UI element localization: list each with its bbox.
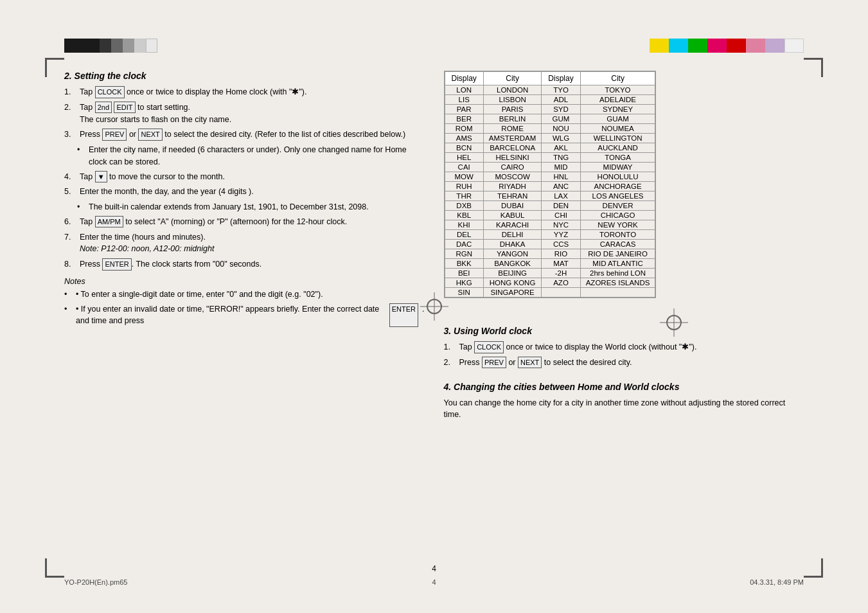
display-cell: DXB: [445, 201, 483, 211]
city-cell: CARACAS: [580, 240, 655, 249]
table-row: RUHRIYADHANCANCHORAGE: [445, 182, 655, 191]
display-cell: AMS: [445, 134, 483, 143]
2nd-key: 2nd: [95, 102, 112, 114]
step-text: Tap ▼ to move the cursor to the month.: [80, 171, 225, 183]
display-cell: -2H: [542, 269, 580, 278]
step-text: Tap 2nd EDIT to start setting.The cursor…: [80, 102, 231, 126]
down-key: ▼: [95, 171, 107, 183]
edit-key: EDIT: [114, 102, 135, 114]
city-cell: LONDON: [483, 85, 541, 95]
display-cell: TYO: [542, 85, 580, 95]
section4-body: You can change the home city for a city …: [444, 397, 804, 422]
step-text: Press PREV or NEXT to select the desired…: [459, 357, 632, 369]
color-swatch: [669, 39, 688, 53]
city-cell: WELLINGTON: [580, 134, 655, 143]
enter-key-note: ENTER: [389, 303, 418, 328]
city-cell: MOSCOW: [483, 172, 541, 182]
note-1: • To enter a single-digit date or time, …: [64, 289, 425, 301]
col-display-2: Display: [542, 72, 580, 85]
color-swatch: [64, 39, 100, 53]
table-row: DXBDUBAIDENDENVER: [445, 201, 655, 211]
city-cell: ROME: [483, 124, 541, 134]
corner-bracket-tl: [45, 58, 64, 77]
section2-title: 2. Setting the clock: [64, 71, 425, 81]
table-row: CAICAIROMIDMIDWAY: [445, 163, 655, 172]
prev-key: PREV: [102, 129, 127, 141]
city-table-container: Display City Display City LONLONDONTYOTO…: [444, 71, 657, 298]
step-text: Enter the time (hours and minutes).Note:…: [80, 231, 214, 256]
display-cell: PAR: [445, 105, 483, 114]
city-cell: LISBON: [483, 95, 541, 105]
display-cell: AKL: [542, 143, 580, 153]
display-cell: RGN: [445, 249, 483, 259]
step-num: 4.: [64, 171, 76, 183]
section3-step-2: 2. Press PREV or NEXT to select the desi…: [444, 357, 804, 369]
corner-bracket-tr: [804, 58, 823, 77]
section3-title: 3. Using World clock: [444, 326, 804, 336]
color-swatch: [688, 39, 707, 53]
top-bar-left: [64, 39, 157, 53]
next-key-s3: NEXT: [518, 357, 542, 369]
content-area: 2. Setting the clock 1. Tap CLOCK once o…: [64, 64, 804, 574]
table-row: ROMROMENOUNOUMEA: [445, 124, 655, 134]
display-cell: HKG: [445, 278, 483, 288]
city-cell: DUBAI: [483, 201, 541, 211]
city-cell: HONOLULU: [580, 172, 655, 182]
step-num: 8.: [64, 258, 76, 271]
city-cell: DENVER: [580, 201, 655, 211]
city-cell: TONGA: [580, 153, 655, 163]
city-cell: LOS ANGELES: [580, 191, 655, 201]
table-row: RGNYANGONRIORIO DE JANEIRO: [445, 249, 655, 259]
step-8: 8. Press ENTER. The clock starts from "0…: [64, 258, 425, 271]
color-swatch: [111, 39, 123, 53]
step-text: Enter the month, the day, and the year (…: [80, 186, 254, 198]
table-row: HELHELSINKITNGTONGA: [445, 153, 655, 163]
step-3-bullet: Enter the city name, if needed (6 charac…: [77, 144, 425, 168]
display-cell: RUH: [445, 182, 483, 191]
display-cell: MAT: [542, 259, 580, 269]
city-cell: BEIJING: [483, 269, 541, 278]
step-num: 1.: [64, 86, 76, 98]
display-cell: BCN: [445, 143, 483, 153]
city-cell: CHICAGO: [580, 211, 655, 220]
step-num: 3.: [64, 129, 76, 141]
city-cell: MIDWAY: [580, 163, 655, 172]
step-num: 1.: [444, 341, 456, 353]
step-num: 2.: [64, 102, 76, 126]
city-cell: NEW YORK: [580, 220, 655, 230]
color-swatch: [707, 39, 727, 53]
table-row: DACDHAKACCSCARACAS: [445, 240, 655, 249]
city-table: Display City Display City LONLONDONTYOTO…: [445, 71, 656, 298]
display-cell: BKK: [445, 259, 483, 269]
display-cell: NOU: [542, 124, 580, 134]
display-cell: ADL: [542, 95, 580, 105]
city-cell: MID ATLANTIC: [580, 259, 655, 269]
step-text: Tap CLOCK once or twice to display the W…: [459, 341, 697, 353]
color-swatch: [746, 39, 765, 53]
display-cell: HEL: [445, 153, 483, 163]
display-cell: ROM: [445, 124, 483, 134]
display-cell: CAI: [445, 163, 483, 172]
display-cell: THR: [445, 191, 483, 201]
city-cell: HONG KONG: [483, 278, 541, 288]
step-5-bullet: The built-in calendar extends from Janua…: [77, 201, 425, 213]
enter-key: ENTER: [102, 258, 131, 271]
display-cell: CHI: [542, 211, 580, 220]
city-cell: SYDNEY: [580, 105, 655, 114]
step-1: 1. Tap CLOCK once or twice to display th…: [64, 86, 425, 98]
col-city-1: City: [483, 72, 541, 85]
color-swatch: [146, 39, 157, 53]
table-row: DELDELHIYYZTORONTO: [445, 230, 655, 240]
color-swatch: [727, 39, 746, 53]
display-cell: LON: [445, 85, 483, 95]
color-swatch: [123, 39, 134, 53]
city-cell: ADELAIDE: [580, 95, 655, 105]
display-cell: BEI: [445, 269, 483, 278]
color-swatch: [100, 39, 111, 53]
left-column: 2. Setting the clock 1. Tap CLOCK once o…: [64, 64, 425, 574]
display-cell: YYZ: [542, 230, 580, 240]
display-cell: AZO: [542, 278, 580, 288]
city-cell: BERLIN: [483, 114, 541, 124]
city-cell: BARCELONA: [483, 143, 541, 153]
display-cell: LAX: [542, 191, 580, 201]
